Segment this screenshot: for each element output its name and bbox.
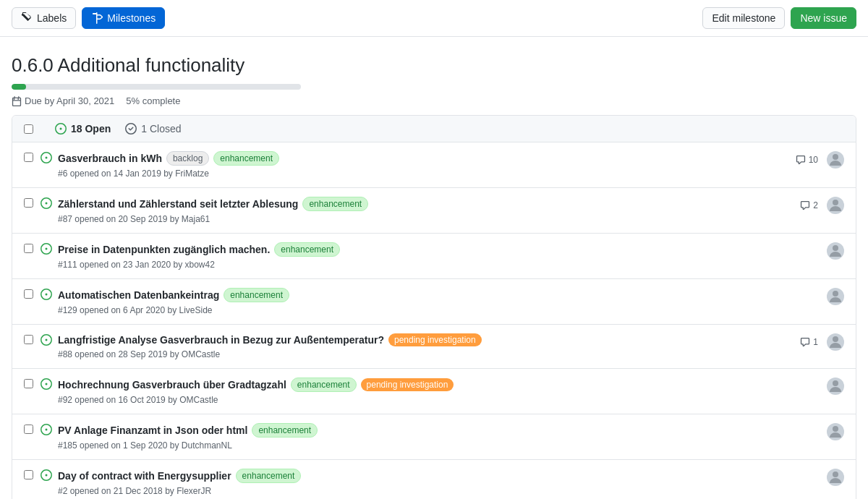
issues-header: 18 Open 1 Closed [12,116,856,142]
svg-point-7 [833,472,838,477]
closed-issues-stat[interactable]: 1 Closed [125,123,181,135]
issue-content: PV Anlage Finanzamt in Json oder html en… [58,423,815,451]
issue-content: Hochrechnung Gasverbrauch über Gradtagza… [58,378,815,405]
issue-right: 1 [800,333,844,351]
avatar [827,423,844,440]
issue-title[interactable]: Automatischen Datenbankeintrag [58,289,219,301]
issue-right [827,242,844,260]
milestones-button[interactable]: Milestones [82,7,165,29]
issue-meta: #185 opened on 1 Sep 2020 by DutchmanNL [58,440,815,451]
svg-point-5 [833,380,838,386]
issue-checkbox[interactable] [24,289,33,299]
issue-title[interactable]: Hochrechnung Gasverbrauch über Gradtagza… [58,379,286,391]
labels-button-label: Labels [37,12,67,24]
comment-icon [800,337,810,347]
issue-content: Day of contract with Energysupplier enha… [58,469,815,496]
issue-right: 10 [796,151,844,169]
top-bar-left: Labels Milestones [12,7,165,29]
label-enhancement[interactable]: enhancement [252,423,318,438]
issue-checkbox[interactable] [24,425,33,434]
top-bar-right: Edit milestone New issue [702,7,856,29]
due-date: Due by April 30, 2021 [12,95,114,106]
svg-point-2 [833,245,838,251]
label-enhancement[interactable]: enhancement [213,151,279,166]
comment-count: 10 [796,155,818,165]
tag-icon [21,12,33,24]
avatar [827,333,844,351]
issue-row: Preise in Datenpunkten zugänglich machen… [12,234,856,279]
issue-right [827,423,844,440]
new-issue-button[interactable]: New issue [791,7,856,29]
avatar [827,378,844,395]
issue-title[interactable]: Preise in Datenpunkten zugänglich machen… [58,244,270,255]
comment-count: 2 [800,200,818,210]
avatar [827,151,844,169]
comment-icon [800,200,810,210]
issue-title[interactable]: Langfristige Analyse Gasverbrauch in Bez… [58,334,384,346]
label-pending-investigation[interactable]: pending investigation [388,333,482,346]
issue-content: Langfristige Analyse Gasverbrauch in Bez… [58,333,788,359]
open-issues-stat[interactable]: 18 Open [55,123,111,135]
milestone-title: 0.6.0 Additional functionality [12,54,856,77]
issue-title-row: Day of contract with Energysupplier enha… [58,469,815,483]
label-pending-investigation[interactable]: pending investigation [361,378,454,391]
closed-issue-icon [125,123,137,135]
label-enhancement[interactable]: enhancement [291,378,357,392]
issue-title[interactable]: PV Anlage Finanzamt in Json oder html [58,425,247,436]
issue-row: Day of contract with Energysupplier enha… [12,460,856,499]
avatar [827,469,844,486]
issue-row: PV Anlage Finanzamt in Json oder html en… [12,414,856,460]
issue-meta: #2 opened on 21 Dec 2018 by FlexerJR [58,486,815,496]
milestone-meta: Due by April 30, 2021 5% complete [12,95,856,106]
issue-right: 2 [800,197,844,214]
issue-meta: #92 opened on 16 Oct 2019 by OMCastle [58,395,815,405]
milestone-header: 0.6.0 Additional functionality Due by Ap… [0,37,868,115]
label-enhancement[interactable]: enhancement [274,242,340,257]
milestone-icon [91,12,103,24]
progress-bar-fill [12,84,26,90]
issue-checkbox[interactable] [24,153,33,162]
issue-content: Zählerstand und Zählerstand seit letzter… [58,197,788,224]
issue-open-icon [41,424,52,435]
label-enhancement[interactable]: enhancement [236,469,302,483]
label-enhancement[interactable]: enhancement [224,288,289,302]
issues-container: 18 Open 1 Closed Gasverbrauch in kWh bac… [12,115,856,499]
issue-open-icon [41,469,52,481]
issue-open-icon [41,334,52,346]
issue-checkbox[interactable] [24,470,33,479]
milestones-button-label: Milestones [107,12,156,24]
issue-checkbox[interactable] [24,244,33,253]
svg-point-3 [833,291,838,297]
issue-title[interactable]: Zählerstand und Zählerstand seit letzter… [58,198,298,210]
issue-title-row: Langfristige Analyse Gasverbrauch in Bez… [58,333,788,346]
edit-milestone-button[interactable]: Edit milestone [702,7,785,29]
issue-meta: #6 opened on 14 Jan 2019 by FriMatze [58,169,784,179]
issue-title-row: Automatischen Datenbankeintrag enhanceme… [58,288,815,302]
label-enhancement[interactable]: enhancement [302,197,368,211]
issue-title[interactable]: Gasverbrauch in kWh [58,153,162,164]
avatar [827,197,844,214]
calendar-icon [12,96,22,106]
issue-open-icon [41,152,52,163]
progress-label: 5% complete [126,95,180,106]
issue-content: Gasverbrauch in kWh backlogenhancement #… [58,151,784,179]
issue-open-icon [41,289,52,300]
issue-open-icon [41,243,52,255]
labels-button[interactable]: Labels [12,7,76,29]
label-backlog[interactable]: backlog [166,151,209,166]
issue-checkbox[interactable] [24,379,33,388]
issue-checkbox[interactable] [24,335,33,344]
issue-checkbox[interactable] [24,198,33,208]
issue-title-row: Gasverbrauch in kWh backlogenhancement [58,151,784,166]
issue-title-row: Zählerstand und Zählerstand seit letzter… [58,197,788,211]
comment-icon [796,155,806,165]
select-all-checkbox[interactable] [24,124,33,134]
issue-row: Gasverbrauch in kWh backlogenhancement #… [12,142,856,188]
issue-open-icon [41,378,52,390]
issue-title[interactable]: Day of contract with Energysupplier [58,470,231,482]
issue-content: Automatischen Datenbankeintrag enhanceme… [58,288,815,315]
issues-list: Gasverbrauch in kWh backlogenhancement #… [12,142,856,499]
svg-point-1 [833,200,838,205]
issue-content: Preise in Datenpunkten zugänglich machen… [58,242,815,270]
svg-point-0 [833,154,838,160]
